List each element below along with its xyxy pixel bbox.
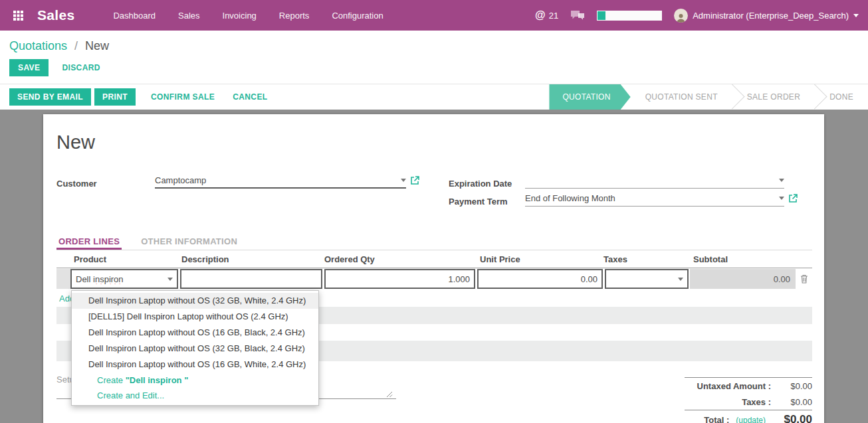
send-by-email-button[interactable]: SEND BY EMAIL xyxy=(9,88,91,106)
payment-term-field[interactable]: End of Following Month xyxy=(525,191,784,207)
statusbar: SEND BY EMAIL PRINT CONFIRM SALE CANCEL … xyxy=(0,84,868,110)
menu-dashboard[interactable]: Dashboard xyxy=(113,11,156,21)
apps-grid-icon[interactable] xyxy=(9,7,27,24)
activity-counter[interactable]: @ 21 xyxy=(535,9,558,21)
form-view: New Customer Camptocamp Expiration Date … xyxy=(0,110,868,423)
activity-count: 21 xyxy=(549,11,558,21)
taxes-label: Taxes : xyxy=(742,397,771,407)
save-button[interactable]: SAVE xyxy=(9,59,49,76)
total-value: $0.00 xyxy=(766,413,812,423)
expiration-date-label: Expiration Date xyxy=(449,179,512,189)
main-menu: Dashboard Sales Invoicing Reports Config… xyxy=(113,11,383,21)
dropdown-option[interactable]: Dell Inspiron Laptop without OS (16 GB, … xyxy=(72,325,318,341)
customer-field[interactable]: Camptocamp xyxy=(155,173,406,189)
untaxed-amount-label: Untaxed Amount : xyxy=(697,381,771,391)
control-panel: Quotations / New SAVE DISCARD xyxy=(0,31,868,84)
cancel-button[interactable]: CANCEL xyxy=(230,88,270,106)
payment-term-value: End of Following Month xyxy=(525,193,775,203)
dropdown-option[interactable]: Dell Inspiron Laptop without OS (32 GB, … xyxy=(72,293,318,309)
menu-sales[interactable]: Sales xyxy=(178,11,200,21)
customer-open-icon[interactable] xyxy=(410,176,419,185)
breadcrumb-quotations[interactable]: Quotations xyxy=(9,39,67,52)
trash-icon xyxy=(800,274,808,284)
odoo-sales-app: Sales Dashboard Sales Invoicing Reports … xyxy=(0,0,868,423)
col-taxes: Taxes xyxy=(603,254,627,264)
chevron-down-icon xyxy=(779,179,784,182)
menu-invoicing[interactable]: Invoicing xyxy=(223,11,257,21)
dropdown-option[interactable]: [DELL15] Dell Inspiron Laptop without OS… xyxy=(72,309,318,325)
create-and-edit-option[interactable]: Create and Edit... xyxy=(72,388,318,403)
untaxed-amount-row: Untaxed Amount : $0.00 xyxy=(685,378,812,394)
customer-value: Camptocamp xyxy=(155,175,397,185)
row-drag-handle[interactable] xyxy=(56,269,70,289)
untaxed-amount-value: $0.00 xyxy=(771,381,812,391)
unit-price-input[interactable]: 0.00 xyxy=(477,269,603,289)
record-actions: SAVE DISCARD xyxy=(9,59,103,76)
update-total-link[interactable]: (update) xyxy=(736,416,766,423)
tab-order-lines[interactable]: ORDER LINES xyxy=(56,234,122,250)
product-text-misspelled: inspiron xyxy=(93,274,124,284)
col-subtotal: Subtotal xyxy=(693,254,728,264)
col-product: Product xyxy=(74,254,106,264)
notebook-tabs: ORDER LINES OTHER INFORMATION xyxy=(56,234,812,250)
breadcrumb-current: New xyxy=(85,39,109,52)
chevron-down-icon xyxy=(401,179,406,182)
breadcrumb-separator: / xyxy=(74,39,78,52)
payment-term-open-icon[interactable] xyxy=(788,194,798,203)
create-term: "Dell inspiron " xyxy=(126,375,189,385)
resize-handle-icon[interactable] xyxy=(386,391,393,398)
unit-price-value: 0.00 xyxy=(581,274,597,284)
product-text: Dell xyxy=(76,274,90,284)
total-row: Total : (update) $0.00 xyxy=(685,410,812,423)
stage-quotation-sent[interactable]: QUOTATION SENT xyxy=(631,84,732,110)
user-menu[interactable]: Administrator (Enterprise_Deep_Search) xyxy=(674,9,859,23)
col-ordered-qty: Ordered Qty xyxy=(324,254,375,264)
ordered-qty-input[interactable]: 1.000 xyxy=(324,269,475,289)
timer-progress xyxy=(597,11,605,20)
confirm-sale-button[interactable]: CONFIRM SALE xyxy=(148,88,217,106)
chevron-down-icon xyxy=(167,278,173,281)
expiration-date-field[interactable] xyxy=(525,173,784,189)
order-line-row: Dell inspiron 1.000 0.00 xyxy=(56,269,812,289)
col-unit-price: Unit Price xyxy=(480,254,520,264)
dropdown-option[interactable]: Dell Inspiron Laptop without OS (32 GB, … xyxy=(72,341,318,357)
create-option[interactable]: Create "Dell inspiron " xyxy=(72,373,318,388)
order-lines-header: Product Description Ordered Qty Unit Pri… xyxy=(56,252,812,268)
create-prefix: Create xyxy=(97,375,126,385)
top-navbar: Sales Dashboard Sales Invoicing Reports … xyxy=(0,0,868,31)
dropdown-option[interactable]: Dell Inspiron Laptop without OS (16 GB, … xyxy=(72,357,318,373)
chevron-down-icon xyxy=(853,14,859,17)
avatar xyxy=(674,9,688,23)
print-button[interactable]: PRINT xyxy=(94,88,136,106)
tab-other-information[interactable]: OTHER INFORMATION xyxy=(139,234,239,250)
taxes-value: $0.00 xyxy=(771,397,812,407)
ordered-qty-value: 1.000 xyxy=(448,274,470,284)
col-description: Description xyxy=(181,254,229,264)
product-input[interactable]: Dell inspiron xyxy=(70,269,178,289)
app-title[interactable]: Sales xyxy=(37,7,74,23)
discard-button[interactable]: DISCARD xyxy=(59,59,102,76)
delete-row-button[interactable] xyxy=(796,269,812,289)
navbar-right: @ 21 Administrator (Enterprise_Deep_Sear… xyxy=(535,9,859,23)
customer-label: Customer xyxy=(56,179,97,189)
messages-icon[interactable] xyxy=(570,10,585,21)
subtotal-cell: 0.00 xyxy=(690,269,796,289)
product-autocomplete-dropdown: Dell Inspiron Laptop without OS (32 GB, … xyxy=(71,290,319,406)
menu-reports[interactable]: Reports xyxy=(279,11,310,21)
user-name: Administrator (Enterprise_Deep_Search) xyxy=(693,11,849,21)
form-sheet: New Customer Camptocamp Expiration Date … xyxy=(43,114,824,423)
page-title: New xyxy=(56,131,95,153)
statusbar-buttons: SEND BY EMAIL PRINT CONFIRM SALE CANCEL xyxy=(9,88,271,106)
total-label: Total : xyxy=(704,415,729,423)
menu-configuration[interactable]: Configuration xyxy=(332,11,383,21)
description-input[interactable] xyxy=(180,269,322,289)
chevron-down-icon xyxy=(678,278,683,281)
status-pipeline: QUOTATION QUOTATION SENT SALE ORDER DONE xyxy=(549,84,868,110)
grid-icon xyxy=(13,11,23,21)
stage-quotation[interactable]: QUOTATION xyxy=(549,84,630,110)
taxes-input[interactable] xyxy=(605,269,689,289)
at-icon: @ xyxy=(535,9,546,21)
taxes-row: Taxes : $0.00 xyxy=(685,394,812,410)
timer-widget[interactable] xyxy=(597,11,662,21)
payment-term-label: Payment Term xyxy=(449,197,508,207)
